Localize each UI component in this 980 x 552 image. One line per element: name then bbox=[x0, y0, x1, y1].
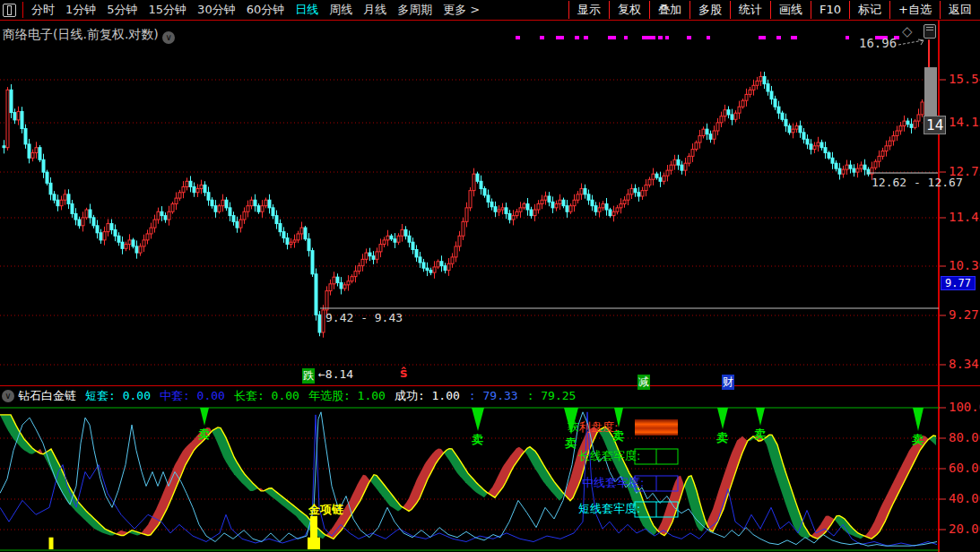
chevron-down-icon[interactable]: ∨ bbox=[2, 390, 14, 402]
chart-title: 商络电子(日线.前复权.对数) ∨ bbox=[3, 27, 175, 44]
tab-3[interactable]: 5分钟 bbox=[107, 2, 137, 18]
tab-10[interactable]: 多周期 bbox=[397, 2, 432, 18]
tab-9[interactable]: 月线 bbox=[363, 2, 386, 18]
tab-1[interactable]: 分时 bbox=[31, 2, 55, 18]
toolbar-button-3[interactable]: 叠加 bbox=[649, 1, 689, 19]
short-term-trap-label: 短线套牢度: bbox=[578, 501, 640, 517]
sell-marker-label: 卖 bbox=[198, 427, 210, 443]
toolbar-button-2[interactable]: 复权 bbox=[609, 1, 649, 19]
fall-signal-badge: 跌 bbox=[302, 368, 315, 384]
tab-11[interactable]: 更多 > bbox=[443, 2, 480, 18]
indicator-axis-tick: 20.00 bbox=[949, 522, 980, 536]
tab-2[interactable]: 1分钟 bbox=[65, 2, 96, 18]
last-body-price-tag: 14 bbox=[924, 116, 946, 134]
low-price-arrow-label: ←8.14 bbox=[318, 367, 353, 381]
gold-necklace-label: 金项链 bbox=[308, 502, 343, 518]
toolbar-button-8[interactable]: 标记 bbox=[849, 1, 889, 19]
indicator-param-6: : 79.33 bbox=[469, 389, 518, 402]
profit-pressure-label: 获利盘度: bbox=[568, 419, 618, 436]
indicator-name[interactable]: 钻石白金链 bbox=[18, 388, 76, 404]
indicator-axis-tick: 100.00 bbox=[949, 400, 980, 414]
indicator-param-4: 年选股: 1.00 bbox=[308, 389, 386, 402]
indicator-param-5: 成功: 1.00 bbox=[395, 389, 460, 402]
main-axis-tick: 11.45 bbox=[949, 210, 980, 224]
indicator-header: ∨ 钻石白金链 短套: 0.00中套: 0.00长套: 0.00年选股: 1.0… bbox=[0, 387, 980, 404]
window-layout-icon[interactable] bbox=[3, 4, 16, 17]
toolbar-button-4[interactable]: 多股 bbox=[689, 1, 730, 19]
mid-term-trap-label: 中线套牢度: bbox=[582, 475, 644, 491]
sell-marker-label: 卖 bbox=[472, 432, 483, 448]
indicator-param-1: 短套: 0.00 bbox=[85, 389, 151, 402]
indicator-axis-tick: 60.00 bbox=[949, 461, 980, 475]
period-tabs: 分时1分钟5分钟15分钟30分钟60分钟日线周线月线多周期更多 > bbox=[26, 2, 485, 18]
indicator-params: 短套: 0.00中套: 0.00长套: 0.00年选股: 1.00成功: 1.0… bbox=[85, 388, 585, 404]
tab-5[interactable]: 30分钟 bbox=[197, 2, 236, 18]
high-price-label: 16.96 bbox=[859, 36, 897, 50]
diamond-marker-icon[interactable]: ◇ bbox=[902, 23, 913, 39]
toolbar-button-1[interactable]: 显示 bbox=[568, 1, 609, 19]
tab-8[interactable]: 周线 bbox=[329, 2, 352, 18]
trading-app-window: { "topbar": { "left_tabs": [ {"label":"分… bbox=[0, 0, 980, 552]
tab-7[interactable]: 日线 bbox=[295, 2, 318, 18]
indicator-axis-tick: 80.00 bbox=[949, 430, 980, 444]
indicator-param-3: 长套: 0.00 bbox=[234, 389, 299, 402]
main-axis-tick: 10.30 bbox=[949, 258, 980, 272]
indicator-param-7: : 79.25 bbox=[527, 389, 577, 402]
main-axis-tick: 12.72 bbox=[949, 164, 980, 178]
toolbar-button-6[interactable]: 画线 bbox=[770, 1, 811, 19]
toolbar-button-5[interactable]: 统计 bbox=[730, 1, 770, 19]
toolbar-button-9[interactable]: +自选 bbox=[889, 1, 940, 19]
chevron-down-icon[interactable]: ∨ bbox=[162, 31, 175, 44]
indicator-axis-tick: 40.00 bbox=[949, 491, 980, 505]
notebook-icon[interactable] bbox=[924, 24, 936, 39]
sell-marker-label: 卖 bbox=[716, 430, 728, 446]
main-axis-tick: 15.54 bbox=[949, 72, 980, 86]
toolbar-button-10[interactable]: 返回 bbox=[940, 1, 980, 19]
sell-marker-label: 卖 bbox=[912, 432, 924, 448]
separator bbox=[22, 2, 23, 18]
main-axis-tick: 14.13 bbox=[949, 115, 980, 129]
sell-marker-label: 卖 bbox=[612, 428, 624, 444]
sell-marker-label: 卖 bbox=[565, 436, 577, 452]
tab-4[interactable]: 15分钟 bbox=[149, 2, 187, 18]
toolbar-buttons: 显示复权叠加多股统计画线F10标记+自选返回 bbox=[568, 0, 980, 20]
chart-title-text: 商络电子(日线.前复权.对数) bbox=[3, 27, 159, 41]
sell-marker-label: 卖 bbox=[754, 427, 766, 443]
long-term-trap-label: 长线套牢度: bbox=[578, 448, 640, 464]
main-axis-tick: 8.34 bbox=[949, 357, 979, 371]
toolbar-button-7[interactable]: F10 bbox=[811, 1, 849, 19]
sell-s-marker: ŝ bbox=[400, 366, 407, 380]
top-toolbar: 分时1分钟5分钟15分钟30分钟60分钟日线周线月线多周期更多 > 显示复权叠加… bbox=[0, 0, 980, 21]
tab-6[interactable]: 60分钟 bbox=[247, 2, 285, 18]
current-price-tag: 9.77 bbox=[941, 276, 976, 290]
main-axis-tick: 9.27 bbox=[949, 307, 979, 322]
indicator-param-2: 中套: 0.00 bbox=[160, 389, 225, 402]
chart-canvas[interactable] bbox=[0, 0, 980, 552]
price-range-annotation-low: 9.42 - 9.43 bbox=[325, 311, 403, 324]
